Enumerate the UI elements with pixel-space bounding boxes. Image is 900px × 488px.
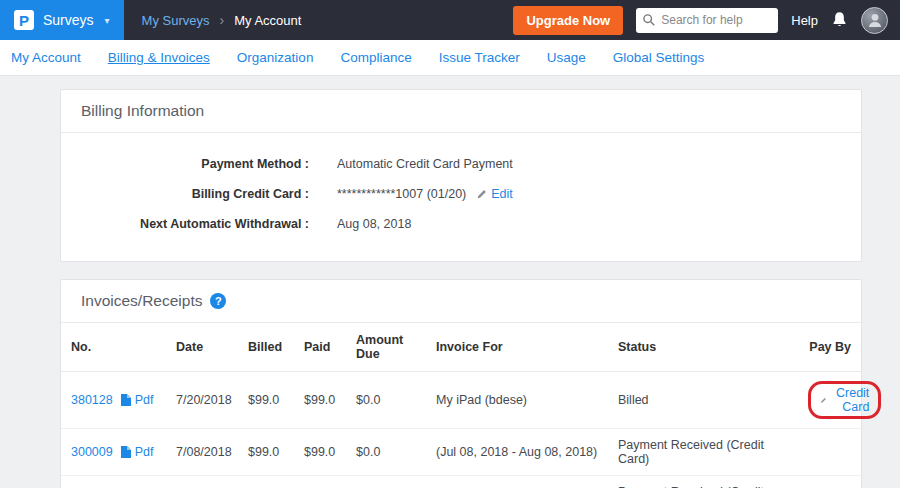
invoice-number-link[interactable]: 300009 — [71, 445, 113, 459]
tab-compliance[interactable]: Compliance — [340, 50, 411, 65]
col-pay-by: Pay By — [798, 323, 861, 372]
table-row: 300008 Pdf 6/08/2018 $99.0 $99.0 $0.0 (J… — [61, 476, 861, 488]
col-billed: Billed — [238, 323, 294, 372]
main-content: Billing Information Payment Method : Aut… — [0, 76, 900, 488]
pay-by-credit-card-link[interactable]: Credit Card — [832, 386, 870, 414]
billing-information-title: Billing Information — [61, 90, 861, 133]
edit-credit-card-link[interactable]: Edit — [491, 187, 513, 201]
top-bar: P Surveys ▾ My Surveys › My Account Upgr… — [0, 0, 900, 40]
app-switcher-surveys[interactable]: P Surveys ▾ — [0, 0, 124, 40]
billing-credit-card-row: Billing Credit Card : ************1007 (… — [61, 179, 861, 209]
pdf-icon — [121, 446, 131, 458]
invoice-for: My iPad (bdese) — [426, 372, 608, 429]
breadcrumb-separator-icon: › — [220, 12, 225, 28]
breadcrumb-my-account: My Account — [234, 13, 301, 28]
invoice-status: Billed — [608, 372, 798, 429]
invoice-billed: $99.0 — [238, 476, 294, 488]
tab-billing-invoices[interactable]: Billing & Invoices — [108, 50, 210, 65]
tab-usage[interactable]: Usage — [547, 50, 586, 65]
tab-my-account[interactable]: My Account — [11, 50, 81, 65]
breadcrumb: My Surveys › My Account — [142, 12, 302, 28]
edit-pencil-icon — [820, 395, 827, 406]
upgrade-now-button[interactable]: Upgrade Now — [513, 6, 623, 35]
invoice-amount-due: $0.0 — [346, 429, 426, 476]
topbar-right: Upgrade Now Help — [513, 6, 900, 35]
payment-method-label: Payment Method : — [61, 157, 309, 171]
invoice-status: Payment Received (Credit Card) — [608, 476, 798, 488]
col-paid: Paid — [294, 323, 346, 372]
invoice-amount-due: $0.0 — [346, 476, 426, 488]
col-invoice-for: Invoice For — [426, 323, 608, 372]
invoices-header-row: No. Date Billed Paid Amount Due Invoice … — [61, 323, 861, 372]
invoice-for: (Jun 08, 2018 - Jul 08, 2018) — [426, 476, 608, 488]
user-avatar[interactable] — [861, 7, 888, 34]
invoices-receipts-header: Invoices/Receipts ? — [61, 280, 861, 323]
invoice-pay-by — [798, 476, 861, 488]
breadcrumb-my-surveys[interactable]: My Surveys — [142, 13, 210, 28]
payment-method-value: Automatic Credit Card Payment — [337, 157, 513, 171]
col-amount-due: Amount Due — [346, 323, 426, 372]
billing-information-card: Billing Information Payment Method : Aut… — [60, 89, 862, 262]
tab-global-settings[interactable]: Global Settings — [613, 50, 705, 65]
billing-credit-card-value: ************1007 (01/20) — [337, 187, 466, 201]
help-search — [636, 8, 778, 33]
pdf-link-label[interactable]: Pdf — [135, 445, 154, 459]
invoice-paid: $99.0 — [294, 429, 346, 476]
invoice-billed: $99.0 — [238, 429, 294, 476]
billing-info-rows: Payment Method : Automatic Credit Card P… — [61, 133, 861, 261]
table-row: 380128 Pdf 7/20/2018 $99.0 $99.0 $0.0 My… — [61, 372, 861, 429]
col-date: Date — [166, 323, 238, 372]
chevron-down-icon: ▾ — [105, 15, 110, 26]
edit-pencil-icon — [476, 189, 487, 200]
invoice-amount-due: $0.0 — [346, 372, 426, 429]
invoices-receipts-title: Invoices/Receipts — [81, 292, 202, 310]
billing-credit-card-label: Billing Credit Card : — [61, 187, 309, 201]
invoice-pay-by — [798, 429, 861, 476]
app-menu-label: Surveys — [43, 12, 94, 28]
payment-method-row: Payment Method : Automatic Credit Card P… — [61, 149, 861, 179]
invoice-for: (Jul 08, 2018 - Aug 08, 2018) — [426, 429, 608, 476]
invoice-paid: $99.0 — [294, 476, 346, 488]
invoices-table: No. Date Billed Paid Amount Due Invoice … — [61, 323, 861, 488]
invoice-date: 7/08/2018 — [166, 429, 238, 476]
pdf-icon — [121, 394, 131, 406]
next-withdrawal-value: Aug 08, 2018 — [337, 217, 411, 231]
page: P Surveys ▾ My Surveys › My Account Upgr… — [0, 0, 900, 488]
next-withdrawal-row: Next Automatic Withdrawal : Aug 08, 2018 — [61, 209, 861, 239]
col-status: Status — [608, 323, 798, 372]
help-question-icon[interactable]: ? — [210, 293, 226, 309]
account-nav: My Account Billing & Invoices Organizati… — [0, 40, 900, 76]
next-withdrawal-label: Next Automatic Withdrawal : — [61, 217, 309, 231]
invoice-billed: $99.0 — [238, 372, 294, 429]
table-row: 300009 Pdf 7/08/2018 $99.0 $99.0 $0.0 (J… — [61, 429, 861, 476]
brand-logo: P — [14, 10, 34, 30]
help-link[interactable]: Help — [791, 13, 818, 28]
pdf-link[interactable]: Pdf — [121, 445, 154, 459]
invoice-paid: $99.0 — [294, 372, 346, 429]
search-icon — [642, 13, 656, 31]
invoice-status: Payment Received (Credit Card) — [608, 429, 798, 476]
invoice-date: 6/08/2018 — [166, 476, 238, 488]
bell-icon[interactable] — [831, 11, 848, 29]
pdf-link-label[interactable]: Pdf — [135, 393, 154, 407]
invoices-receipts-card: Invoices/Receipts ? No. Date Billed Paid… — [60, 279, 862, 488]
invoice-date: 7/20/2018 — [166, 372, 238, 429]
tab-organization[interactable]: Organization — [237, 50, 314, 65]
credit-card-pay-highlight: Credit Card — [808, 381, 881, 419]
tab-issue-tracker[interactable]: Issue Tracker — [439, 50, 520, 65]
pdf-link[interactable]: Pdf — [121, 393, 154, 407]
search-input[interactable] — [636, 8, 778, 33]
col-no: No. — [61, 323, 166, 372]
invoice-number-link[interactable]: 380128 — [71, 393, 113, 407]
